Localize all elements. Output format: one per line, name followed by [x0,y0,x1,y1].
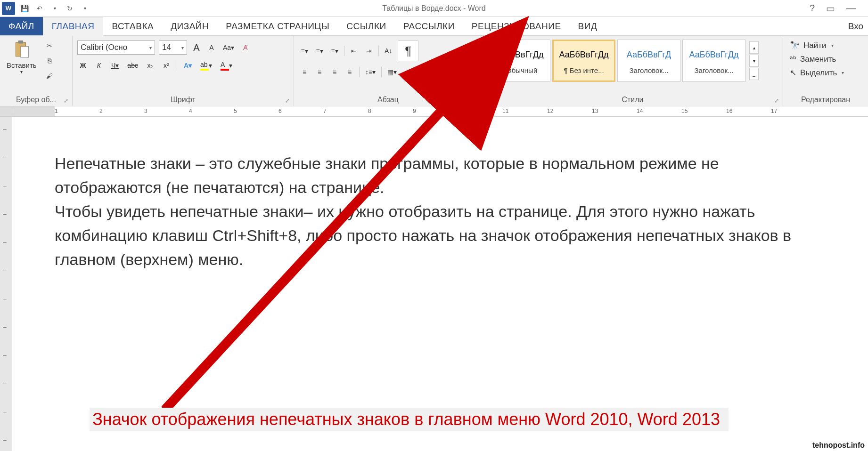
bullets-button[interactable]: ≡▾ [299,45,310,57]
tab-design[interactable]: ДИЗАЙН [162,17,217,35]
decrease-indent-button[interactable]: ⇤ [348,45,360,57]
clear-formatting-button[interactable]: A̸ [240,41,251,54]
styles-expand[interactable]: ⎯ [749,68,759,80]
tab-view[interactable]: ВИД [570,17,606,35]
save-button[interactable]: 💾 [19,3,30,14]
change-case-button[interactable]: Aa▾ [221,41,236,54]
ruler-tick: 12 [547,108,553,114]
cut-button[interactable]: ✂ [43,40,56,52]
vertical-ruler[interactable]: –––––––––––– [0,117,12,451]
paste-button[interactable]: Вставить ▾ [3,38,41,76]
shrink-font-button[interactable]: A [206,41,217,54]
align-left-button[interactable]: ≡ [299,66,310,78]
clipboard-launcher[interactable]: ⤢ [64,97,68,104]
show-hide-marks-button[interactable]: ¶ [398,40,418,61]
style-no-spacing[interactable]: АаБбВвГгДд ¶ Без инте... [552,40,615,82]
styles-row-up[interactable]: ▴ [749,41,759,54]
justify-icon: ≡ [348,68,352,76]
paste-label: Вставить [7,61,37,69]
styles-row-down[interactable]: ▾ [749,55,759,67]
underline-button[interactable]: Ч ▾ [109,59,121,72]
qat-customize[interactable]: ▾ [79,3,90,14]
ruler-tick: 3 [144,108,147,114]
group-paragraph: ≡▾ ≡▾ ≡▾ ⇤ ⇥ A↓ ¶ ≡ ≡ ≡ ≡ ↕≡▾ [294,36,483,106]
separator [381,67,382,77]
align-right-button[interactable]: ≡ [329,66,340,78]
borders-button[interactable]: ▭▾ [402,66,416,78]
redo-button[interactable]: ↻ [64,3,75,14]
style-name: ¶ Обычный [500,66,538,74]
text-effects-button[interactable]: A ▾ [182,59,194,72]
style-heading1[interactable]: АаБбВвГгД Заголовок... [617,40,680,82]
style-name: Заголовок... [629,66,668,74]
strikethrough-button[interactable]: abc [125,59,140,72]
window-controls: ? ▭ — [807,3,868,14]
sort-button[interactable]: A↓ [383,45,394,57]
binoculars-icon: 🔭 [790,40,800,50]
highlight-button[interactable]: ab ▾ [198,59,214,72]
grow-font-button[interactable]: A [191,41,202,54]
scissors-icon: ✂ [47,42,52,49]
find-button[interactable]: 🔭Найти▾ [790,40,844,50]
document-text[interactable]: Непечатные знаки – это служебные знаки п… [55,152,821,272]
align-center-icon: ≡ [318,68,321,76]
separator [177,60,177,71]
font-name-combo[interactable]: Calibri (Осно▾ [77,40,155,55]
annotation-caption: Значок отображения непечатных знаков в г… [90,408,729,431]
tab-file[interactable]: ФАЙЛ [0,17,43,35]
replace-button[interactable]: ᵃᵇЗаменить [790,54,844,64]
style-normal[interactable]: АаБбВвГгДд ¶ Обычный [487,40,550,82]
ribbon-tabs: ФАЙЛ ГЛАВНАЯ ВСТАВКА ДИЗАЙН РАЗМЕТКА СТР… [0,17,868,36]
font-color-button[interactable]: A ▾ [219,59,234,72]
tab-references[interactable]: ССЫЛКИ [338,17,394,35]
copy-icon: ⎘ [48,57,51,64]
ruler-tick: 6 [278,108,282,114]
multilevel-button[interactable]: ≡▾ [329,45,340,57]
paragraph-2[interactable]: Чтобы увидеть непечатные знаки– их нужно… [55,200,821,272]
tab-layout[interactable]: РАЗМЕТКА СТРАНИЦЫ [217,17,338,35]
ruler-tick: – [3,154,7,161]
bold-button[interactable]: Ж [77,59,89,72]
subscript-button[interactable]: x₂ [145,59,156,72]
superscript-button[interactable]: x² [161,59,172,72]
line-spacing-button[interactable]: ↕≡▾ [363,66,377,78]
borders-icon: ▭ [404,68,410,76]
select-button[interactable]: ↖Выделить▾ [790,68,844,78]
tab-review[interactable]: РЕЦЕНЗИРОВАНИЕ [463,17,570,35]
increase-indent-button[interactable]: ⇥ [363,45,375,57]
paragraph-launcher[interactable]: ⤢ [474,97,478,104]
ruler-tick: 4 [189,108,192,114]
signin-link[interactable]: Вхо [848,17,868,35]
numbering-button[interactable]: ≡▾ [314,45,325,57]
style-preview: АаБбВвГгД [627,47,671,66]
minimize-button[interactable]: — [843,3,859,14]
ruler-tick: 1 [55,108,58,114]
help-button[interactable]: ? [807,3,818,14]
document-area[interactable]: Непечатные знаки – это служебные знаки п… [12,117,868,451]
ribbon-display-options[interactable]: ▭ [823,3,838,14]
shading-button[interactable]: ▦▾ [385,66,399,78]
tab-home[interactable]: ГЛАВНАЯ [43,17,104,36]
separator [344,46,344,56]
style-heading2[interactable]: АаБбВвГгДд Заголовок... [682,40,745,82]
horizontal-ruler[interactable]: 1234567891011121314151617 [0,106,868,117]
align-center-button[interactable]: ≡ [314,66,325,78]
justify-button[interactable]: ≡ [344,66,355,78]
format-painter-button[interactable]: 🖌 [43,70,56,82]
ruler-tick: – [3,126,7,133]
multilevel-icon: ≡ [331,47,335,55]
replace-icon: ᵃᵇ [790,54,796,64]
tab-insert[interactable]: ВСТАВКА [103,17,162,35]
word-app-icon[interactable]: W [2,2,15,15]
font-launcher[interactable]: ⤢ [285,97,290,104]
copy-button[interactable]: ⎘ [43,55,56,67]
italic-button[interactable]: К [93,59,105,72]
undo-dropdown[interactable]: ▾ [49,3,60,14]
paragraph-1[interactable]: Непечатные знаки – это служебные знаки п… [55,152,821,200]
watermark: tehnopost.info [811,441,866,450]
font-size-combo[interactable]: 14▾ [159,40,187,55]
tab-mailings[interactable]: РАССЫЛКИ [395,17,463,35]
ruler-tick: 8 [368,108,371,114]
undo-button[interactable]: ↶ [34,3,45,14]
styles-launcher[interactable]: ⤢ [774,97,779,104]
